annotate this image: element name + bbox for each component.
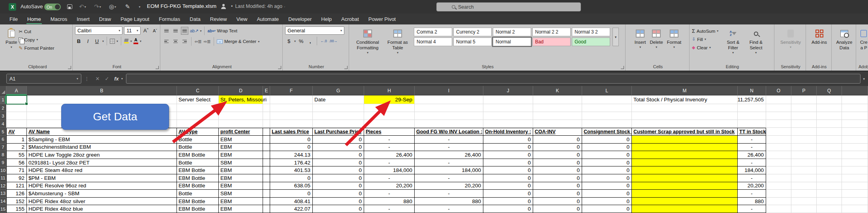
cell-C8[interactable]: EBM Bottle (177, 151, 219, 159)
cell-D11[interactable]: EBM (219, 174, 263, 182)
cell-L8[interactable]: 0 (582, 151, 632, 159)
cell-D2[interactable] (219, 104, 263, 112)
cell-C3[interactable] (177, 112, 219, 120)
grow-font-button[interactable]: Aˆ (142, 27, 150, 35)
cell-F12[interactable]: 638.05 (270, 182, 313, 190)
cell-C2[interactable] (177, 104, 219, 112)
cell-M3[interactable] (632, 112, 738, 120)
cell-N11[interactable]: - (738, 174, 766, 182)
cell-P13[interactable] (791, 190, 817, 198)
cell-Q7[interactable] (817, 144, 842, 151)
format-painter-button[interactable]: ✎Format Painter (19, 44, 54, 52)
cell-Q11[interactable] (817, 174, 842, 182)
cell-I5[interactable]: Good FG W/o INV Location : (415, 128, 483, 136)
cell-Q1[interactable] (817, 95, 842, 104)
cell-J10[interactable]: 0 (483, 166, 533, 174)
cell-K11[interactable]: 0 (533, 174, 582, 182)
cell-H3[interactable] (364, 112, 415, 120)
row-header-6[interactable]: 6 (0, 136, 6, 144)
comma-style-button[interactable]: , (306, 37, 314, 45)
percent-style-button[interactable]: % (297, 37, 305, 45)
cell-P7[interactable] (791, 144, 817, 151)
cell-Q2[interactable] (817, 104, 842, 112)
font-size-select[interactable]: 11▾ (124, 26, 141, 35)
align-middle-button[interactable] (172, 27, 179, 35)
cell-O2[interactable] (766, 104, 791, 112)
save-button[interactable] (65, 3, 74, 11)
cell-X183[interactable] (842, 112, 868, 120)
style-chip-currency-2[interactable]: Currency 2 (453, 28, 492, 36)
cell-C13[interactable]: Bottle (177, 190, 219, 198)
cut-button[interactable]: ✂Cut (19, 27, 54, 36)
style-chip-normal-5[interactable]: Normal 5 (453, 37, 492, 46)
cell-L15[interactable]: 0 (582, 205, 632, 213)
cell-X181[interactable] (842, 95, 868, 104)
cell-O8[interactable] (766, 151, 791, 159)
cell-P10[interactable] (791, 166, 817, 174)
cell-A6[interactable]: 1 (6, 136, 27, 144)
row-header-5[interactable]: 5 (0, 128, 6, 136)
cell-E9[interactable] (263, 159, 270, 167)
cell-N13[interactable]: - (738, 190, 766, 198)
cell-H1[interactable]: 29-Sep (364, 95, 415, 104)
cell-J3[interactable] (483, 112, 533, 120)
cell-J4[interactable] (483, 120, 533, 128)
cell-J13[interactable]: 0 (483, 190, 533, 198)
last-modified[interactable]: •Last Modified: 4h ago ▾ (231, 4, 285, 9)
cell-O15[interactable] (766, 205, 791, 213)
cell-H9[interactable]: - (364, 159, 415, 167)
cell-N7[interactable]: - (738, 144, 766, 151)
cell-X1814[interactable] (842, 198, 868, 206)
cell-K7[interactable]: 0 (533, 144, 582, 151)
tab-macros[interactable]: Macros (46, 13, 72, 24)
cell-G2[interactable] (313, 104, 364, 112)
sort-filter-button[interactable]: AZ Sort & Filter▾ (721, 26, 744, 55)
cell-O12[interactable] (766, 182, 791, 190)
cancel-entry-button[interactable]: ✕ (93, 76, 102, 82)
tab-insert[interactable]: Insert (72, 13, 94, 24)
cell-O14[interactable] (766, 198, 791, 206)
cell-L10[interactable]: 0 (582, 166, 632, 174)
tab-data[interactable]: Data (185, 13, 205, 24)
align-right-button[interactable] (181, 37, 188, 45)
cell-D7[interactable]: EBM (219, 144, 263, 151)
column-header-g[interactable]: G (313, 86, 364, 95)
align-bottom-button[interactable] (181, 27, 188, 35)
cell-C10[interactable]: EBM Bottle (177, 166, 219, 174)
cell-Q3[interactable] (817, 112, 842, 120)
create-pdf-button[interactable]: Cre a P (859, 26, 868, 52)
cell-M6[interactable] (632, 136, 738, 144)
cell-L5[interactable]: Consignment Stock : (582, 128, 632, 136)
cell-I10[interactable]: 184,000 (415, 166, 483, 174)
cell-B7[interactable]: $Maschinenstillstand EBM (27, 144, 177, 151)
cell-P4[interactable] (791, 120, 817, 128)
cell-N12[interactable]: 20,200 (738, 182, 766, 190)
cell-L2[interactable] (582, 104, 632, 112)
cell-P9[interactable] (791, 159, 817, 167)
insert-function-button[interactable]: fx (112, 76, 121, 82)
column-header-b[interactable]: B (27, 86, 177, 95)
align-center-button[interactable] (172, 37, 179, 45)
column-header-e[interactable]: E (263, 86, 270, 95)
cell-E8[interactable] (263, 151, 270, 159)
column-header-h[interactable]: H (364, 86, 415, 95)
expand-formula-bar-icon[interactable]: ▾ (863, 77, 865, 81)
cell-E3[interactable] (263, 112, 270, 120)
tab-review[interactable]: Review (205, 13, 232, 24)
cell-M4[interactable] (632, 120, 738, 128)
orientation-button[interactable]: ab↗ (190, 27, 198, 35)
style-chip-bad[interactable]: Bad (532, 37, 571, 46)
cell-P8[interactable] (791, 151, 817, 159)
cell-A14[interactable]: 152 (6, 198, 27, 206)
cell-F15[interactable]: 422.07 (270, 205, 313, 213)
cell-C15[interactable]: EBM Bottle (177, 205, 219, 213)
paste-button[interactable]: Paste▾ (4, 26, 19, 50)
cell-Q6[interactable] (817, 136, 842, 144)
alignment-dialog-launcher-icon[interactable] (278, 66, 281, 69)
cell-M13[interactable] (632, 190, 738, 198)
cell-N6[interactable]: - (738, 136, 766, 144)
cell-D8[interactable]: EBM (219, 151, 263, 159)
cell-I8[interactable]: 26,400 (415, 151, 483, 159)
cell-C4[interactable] (177, 120, 219, 128)
cell-I13[interactable]: - (415, 190, 483, 198)
